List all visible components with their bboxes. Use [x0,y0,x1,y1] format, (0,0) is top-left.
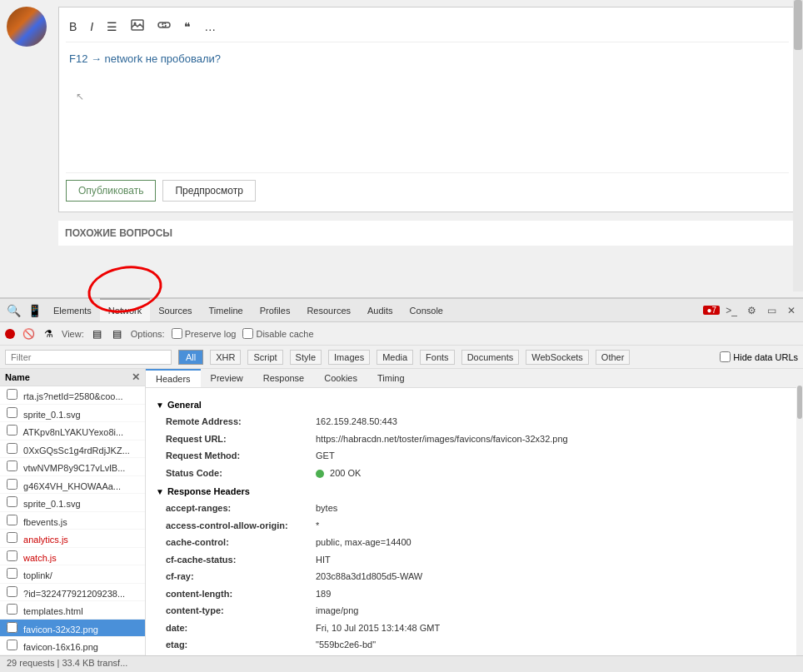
media-filter-btn[interactable]: Media [377,350,413,365]
list-button[interactable]: ☰ [103,18,121,35]
tab-resources[interactable]: Resources [298,299,359,322]
hide-data-checkbox[interactable]: Hide data URLs [720,351,798,362]
tab-network[interactable]: Network [100,298,150,321]
images-filter-btn[interactable]: Images [328,350,370,365]
link-button[interactable] [154,17,174,35]
cf-ray-value: 203c88a3d1d805d5-WAW [316,570,422,584]
request-method-value: GET [316,449,335,463]
close-icon[interactable]: ✕ [783,302,800,319]
details-scrollbar[interactable] [796,369,803,655]
page-scrollbar[interactable] [793,0,803,291]
cf-ray-row: cf-ray: 203c88a3d1d805d5-WAW [156,568,793,585]
content-type-key: content-type: [166,604,316,618]
filter-icon[interactable]: ⚗ [42,327,55,341]
list-item[interactable]: sprite_0.1.svg [0,494,145,512]
devtools-top-icons: ●7 >_ ⚙ ▭ ✕ [703,302,800,319]
quote-button[interactable]: ❝ [181,18,194,35]
tab-sources[interactable]: Sources [150,299,200,322]
etag-key: etag: [166,638,316,652]
remote-address-key: Remote Address: [166,415,316,429]
list-item[interactable]: analytics.js [0,530,145,548]
list-item[interactable]: g46X4VH_KHOWAAa... [0,476,145,495]
tab-headers[interactable]: Headers [146,369,201,387]
general-section-header[interactable]: ▼ General [156,400,793,410]
fonts-filter-btn[interactable]: Fonts [420,350,455,365]
cache-control-key: cache-control: [166,535,316,550]
list-item[interactable]: toplink/ [0,565,145,584]
bold-button[interactable]: B [66,18,80,35]
tab-elements[interactable]: Elements [45,299,100,322]
style-filter-btn[interactable]: Style [290,350,322,365]
details-tabs: Headers Preview Response Cookies Timing [146,369,803,388]
status-code-row: Status Code: 200 OK [156,465,793,482]
etag-row: etag: "559bc2e6-bd" [156,636,793,654]
tab-response[interactable]: Response [253,369,315,387]
settings-icon[interactable]: ⚙ [743,302,760,319]
xhr-filter-btn[interactable]: XHR [210,350,241,365]
related-label: ПОХОЖИЕ ВОПРОСЫ [65,227,172,239]
italic-button[interactable]: I [87,18,97,35]
websockets-filter-btn[interactable]: WebSockets [526,350,589,365]
terminal-icon[interactable]: >_ [723,302,740,319]
image-button[interactable] [127,17,147,35]
preserve-log-checkbox[interactable]: Preserve log [172,328,237,339]
request-url-key: Request URL: [166,432,316,446]
editor-area: B I ☰ ❝ … F12 → network не пробовали? ↖ … [58,7,796,212]
selected-file-item[interactable]: favicon-32x32.png [0,620,145,638]
view-list-icon[interactable]: ▤ [91,327,104,341]
clear-icon[interactable]: 🚫 [22,327,35,341]
more-button[interactable]: … [201,18,219,35]
tab-timeline[interactable]: Timeline [201,299,252,322]
all-filter-btn[interactable]: All [178,350,203,365]
list-item[interactable]: rta.js?netId=2580&coo... [0,386,145,405]
list-item[interactable]: ATKpv8nLYAKUYexo8i... [0,422,145,441]
accept-ranges-value: bytes [316,501,337,515]
close-panel-button[interactable]: ✕ [132,371,140,383]
preview-button[interactable]: Предпросмотр [162,180,255,202]
content-length-value: 189 [316,587,331,601]
status-bar-text: 29 requests | 33.4 KB transf... [7,658,127,668]
tab-profiles[interactable]: Profiles [252,299,299,322]
cache-control-value: public, max-age=14400 [316,535,411,550]
cf-cache-status-row: cf-cache-status: HIT [156,551,793,569]
related-section: ПОХОЖИЕ ВОПРОСЫ [58,219,796,246]
list-item[interactable]: sprite_0.1.svg [0,405,145,423]
request-method-key: Request Method: [166,449,316,463]
tab-console[interactable]: Console [402,299,451,322]
content-length-key: content-length: [166,587,316,601]
devtools-icon-inspect[interactable]: 🔍 [3,304,24,317]
script-filter-btn[interactable]: Script [247,350,282,365]
details-content: ▼ General Remote Address: 162.159.248.50… [146,388,803,655]
response-headers-section-header[interactable]: ▼ Response Headers [156,486,793,496]
list-item[interactable]: templates.html [0,601,145,620]
list-item[interactable]: vtwNVMP8y9C17vLvlB... [0,458,145,476]
list-item[interactable]: ?id=322477921209238... [0,584,145,602]
request-url-value: https://habracdn.net/toster/images/favic… [316,432,568,446]
list-item[interactable]: watch.js [0,548,145,566]
devtools-icon-mobile[interactable]: 📱 [24,304,45,317]
devtools-panel: 🔍 📱 Elements Network Sources Timeline Pr… [0,297,803,672]
view-detail-icon[interactable]: ▤ [111,327,124,341]
other-filter-btn[interactable]: Other [596,350,631,365]
tab-timing[interactable]: Timing [367,369,415,387]
record-button[interactable] [5,329,15,339]
documents-filter-btn[interactable]: Documents [461,350,520,365]
dock-icon[interactable]: ▭ [763,302,780,319]
editor-text: F12 → network не пробовали? [69,52,221,65]
file-list-name-label: Name [5,372,30,382]
list-item[interactable]: 0XxGQsSc1g4rdRdjJKZ... [0,441,145,459]
filter-input[interactable] [5,350,172,365]
avatar [7,7,47,47]
tab-cookies[interactable]: Cookies [314,369,367,387]
tab-audits[interactable]: Audits [359,299,402,322]
tab-preview[interactable]: Preview [201,369,253,387]
list-item[interactable]: fbevents.js [0,512,145,530]
cursor-indicator: ↖ [76,91,84,102]
date-key: date: [166,621,316,635]
date-value: Fri, 10 Jul 2015 13:14:48 GMT [316,621,440,635]
disable-cache-checkbox[interactable]: Disable cache [242,328,313,339]
cf-cache-status-value: HIT [316,553,331,567]
publish-button[interactable]: Опубликовать [66,180,156,202]
editor-content[interactable]: F12 → network не пробовали? ↖ [66,49,789,166]
list-item[interactable]: favicon-16x16.png [0,637,145,655]
